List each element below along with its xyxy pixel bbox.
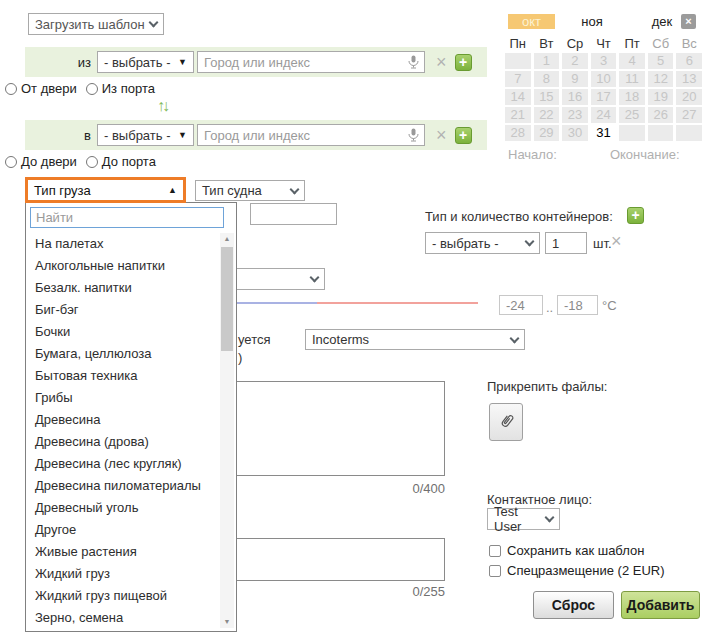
note-counter: 0/255 — [345, 584, 445, 599]
calendar-day-1: 1 — [534, 53, 560, 69]
from-door-radio[interactable] — [5, 83, 17, 95]
calendar-day-empty — [619, 125, 645, 141]
from-door-label: От двери — [21, 81, 77, 96]
to-door-radio[interactable] — [5, 156, 17, 168]
calendar-month-nov[interactable]: ноя — [572, 14, 612, 29]
load-template-label: Загрузить шаблон — [35, 17, 145, 32]
cargo-type-option[interactable]: Бочки — [26, 321, 219, 343]
to-door-label: До двери — [21, 154, 77, 169]
from-port-radio[interactable] — [86, 83, 98, 95]
container-unit-label: шт. — [593, 236, 612, 251]
to-city-wrap — [197, 124, 425, 146]
route-from-row: из - выбрать - ▼ × + — [25, 47, 487, 77]
calendar-month-dec[interactable]: дек — [643, 14, 681, 29]
cargo-type-option[interactable]: Древесина — [26, 409, 219, 431]
from-add-icon[interactable]: + — [455, 54, 472, 71]
incoterms-select[interactable]: Incoterms — [305, 329, 525, 350]
calendar-day-16: 16 — [562, 89, 588, 105]
container-type-select[interactable]: - выбрать - — [425, 232, 540, 254]
cargo-type-option[interactable]: Биг-бэг — [26, 299, 219, 321]
microphone-icon[interactable] — [408, 128, 419, 146]
cargo-type-option[interactable]: Древесный уголь — [26, 497, 219, 519]
cargo-type-option[interactable]: На палетах — [26, 233, 219, 255]
special-placement-label: Спецразмещение (2 EUR) — [507, 563, 665, 578]
calendar-close-icon[interactable]: × — [681, 14, 696, 29]
add-container-icon[interactable]: + — [627, 207, 644, 224]
end-label: Окончание: — [610, 147, 680, 162]
cargo-type-option[interactable]: Бытовая техника — [26, 365, 219, 387]
calendar-day-20: 20 — [676, 89, 702, 105]
cargo-type-option[interactable]: Другое — [26, 519, 219, 541]
swap-direction-icon[interactable]: ↑↓ — [157, 97, 167, 115]
calendar-day-25: 25 — [619, 107, 645, 123]
temperature-slider-warm[interactable] — [317, 302, 478, 304]
from-region-select[interactable]: - выбрать - ▼ — [97, 51, 194, 73]
temperature-min-input[interactable] — [499, 295, 543, 315]
remove-container-icon[interactable]: × — [611, 233, 622, 249]
cargo-type-option[interactable]: Бумага, целлюлоза — [26, 343, 219, 365]
cargo-type-option[interactable]: Алкогольные напитки — [26, 255, 219, 277]
calendar-day-5: 5 — [648, 53, 674, 69]
scroll-up-icon[interactable]: ▲ — [220, 233, 234, 245]
scroll-down-icon[interactable]: ▼ — [220, 616, 234, 628]
cargo-type-option[interactable]: Древесина (лес кругляк) — [26, 453, 219, 475]
cargo-type-option[interactable]: Безалк. напитки — [26, 277, 219, 299]
temperature-slider-cold[interactable] — [232, 302, 317, 304]
cargo-type-option[interactable]: Древесина (дрова) — [26, 431, 219, 453]
obscured-select[interactable] — [250, 203, 337, 225]
from-clear-icon[interactable]: × — [436, 54, 447, 70]
paperclip-icon — [494, 409, 518, 434]
start-label: Начало: — [508, 147, 557, 162]
cargo-type-list: На палетахАлкогольные напиткиБезалк. нап… — [26, 233, 219, 629]
calendar-day-8: 8 — [534, 71, 560, 87]
chevron-down-icon — [525, 237, 535, 247]
cargo-type-select[interactable]: Тип груза ▲ — [25, 177, 186, 203]
cargo-type-option[interactable]: Грибы — [26, 387, 219, 409]
from-city-input[interactable] — [197, 51, 425, 73]
submit-button[interactable]: Добавить — [621, 591, 700, 619]
temperature-max-input[interactable] — [557, 295, 598, 315]
cargo-type-option[interactable]: Жидкий груз — [26, 563, 219, 585]
contact-person-select[interactable]: Test User — [487, 508, 560, 530]
to-city-input[interactable] — [197, 124, 425, 146]
to-region-select[interactable]: - выбрать - ▼ — [97, 124, 194, 146]
cargo-type-option[interactable]: Древесина пиломатериалы — [26, 475, 219, 497]
to-clear-icon[interactable]: × — [436, 127, 447, 143]
save-template-checkbox[interactable] — [489, 545, 501, 557]
calendar-day-31[interactable]: 31 — [591, 125, 617, 141]
attach-file-button[interactable] — [489, 403, 523, 441]
calendar-day-24: 24 — [591, 107, 617, 123]
calendar-day-9: 9 — [562, 71, 588, 87]
calendar-day-15: 15 — [534, 89, 560, 105]
cargo-type-option[interactable]: Зерно, семена — [26, 607, 219, 629]
attach-files-label: Прикрепить файлы: — [487, 379, 607, 394]
microphone-icon[interactable] — [408, 55, 419, 73]
vessel-type-select[interactable]: Тип судна — [195, 180, 305, 201]
container-quantity-input[interactable] — [545, 232, 587, 254]
triangle-up-icon: ▲ — [168, 185, 177, 195]
scrollbar-thumb[interactable] — [221, 247, 233, 351]
save-template-option: Сохранить как шаблон — [489, 543, 644, 558]
calendar-month-tabs: окт ноя дек × — [505, 13, 705, 30]
calendar-month-oct[interactable]: окт — [508, 14, 555, 29]
scrollbar[interactable]: ▲ ▼ — [220, 233, 234, 628]
to-port-radio[interactable] — [86, 156, 98, 168]
from-label: из — [25, 55, 97, 70]
note-textarea[interactable] — [230, 538, 445, 581]
calendar-day-18: 18 — [619, 89, 645, 105]
freight-request-form: Загрузить шаблон из - выбрать - ▼ × + От… — [0, 0, 720, 642]
cargo-search-input[interactable] — [30, 207, 224, 228]
calendar-day-11: 11 — [619, 71, 645, 87]
chevron-down-icon — [290, 184, 300, 194]
calendar-day-30: 30 — [562, 125, 588, 141]
calendar-day-12: 12 — [648, 71, 674, 87]
to-label: в — [25, 128, 97, 143]
cargo-type-option[interactable]: Жидкий груз пищевой — [26, 585, 219, 607]
description-textarea[interactable] — [230, 381, 445, 476]
reset-button[interactable]: Сброс — [533, 591, 614, 619]
calendar-day-empty — [648, 125, 674, 141]
to-add-icon[interactable]: + — [455, 127, 472, 144]
load-template-select[interactable]: Загрузить шаблон — [28, 13, 164, 35]
cargo-type-option[interactable]: Живые растения — [26, 541, 219, 563]
special-placement-checkbox[interactable] — [489, 565, 501, 577]
